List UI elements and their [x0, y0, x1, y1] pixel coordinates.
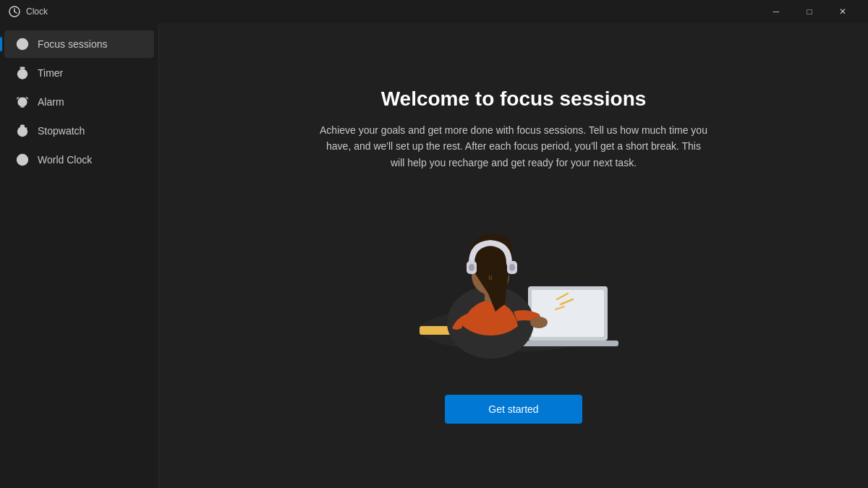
welcome-description: Achieve your goals and get more done wit…	[318, 122, 709, 171]
sidebar-item-label-world-clock: World Clock	[38, 154, 92, 166]
stopwatch-icon	[16, 124, 29, 137]
sidebar-item-label-alarm: Alarm	[38, 96, 64, 108]
close-button[interactable]: ✕	[826, 0, 859, 23]
sidebar-item-stopwatch[interactable]: Stopwatch	[4, 117, 154, 145]
alarm-icon	[16, 95, 29, 108]
get-started-button[interactable]: Get started	[445, 395, 582, 424]
sidebar-item-label-timer: Timer	[38, 67, 63, 79]
svg-rect-6	[20, 67, 25, 69]
svg-point-5	[22, 43, 24, 46]
focus-icon	[16, 38, 29, 51]
timer-icon	[16, 67, 29, 80]
svg-rect-16	[21, 125, 25, 127]
app-body: Focus sessions Timer	[0, 23, 868, 488]
title-bar: Clock ─ □ ✕	[0, 0, 868, 23]
sidebar-item-world-clock[interactable]: World Clock	[4, 146, 154, 174]
app-icon	[9, 6, 20, 17]
title-bar-controls: ─ □ ✕	[760, 0, 859, 23]
svg-rect-26	[532, 290, 604, 337]
svg-point-36	[494, 272, 498, 275]
sidebar-item-timer[interactable]: Timer	[4, 59, 154, 87]
svg-point-35	[484, 272, 488, 275]
minimize-button[interactable]: ─	[760, 0, 793, 23]
title-bar-text: Clock	[26, 7, 760, 17]
svg-point-39	[469, 264, 475, 271]
sidebar-item-label-stopwatch: Stopwatch	[38, 125, 85, 137]
sidebar-item-focus-sessions[interactable]: Focus sessions	[4, 30, 154, 58]
focus-illustration	[383, 192, 644, 366]
svg-rect-30	[517, 341, 618, 346]
world-clock-icon	[16, 153, 29, 166]
sidebar-item-alarm[interactable]: Alarm	[4, 88, 154, 116]
svg-point-32	[530, 317, 548, 328]
svg-line-2	[14, 12, 17, 13]
sidebar: Focus sessions Timer	[0, 23, 159, 488]
svg-point-40	[509, 264, 515, 271]
maximize-button[interactable]: □	[793, 0, 826, 23]
welcome-title: Welcome to focus sessions	[381, 87, 647, 111]
main-content: Welcome to focus sessions Achieve your g…	[159, 23, 868, 488]
sidebar-item-label-focus-sessions: Focus sessions	[38, 38, 107, 50]
